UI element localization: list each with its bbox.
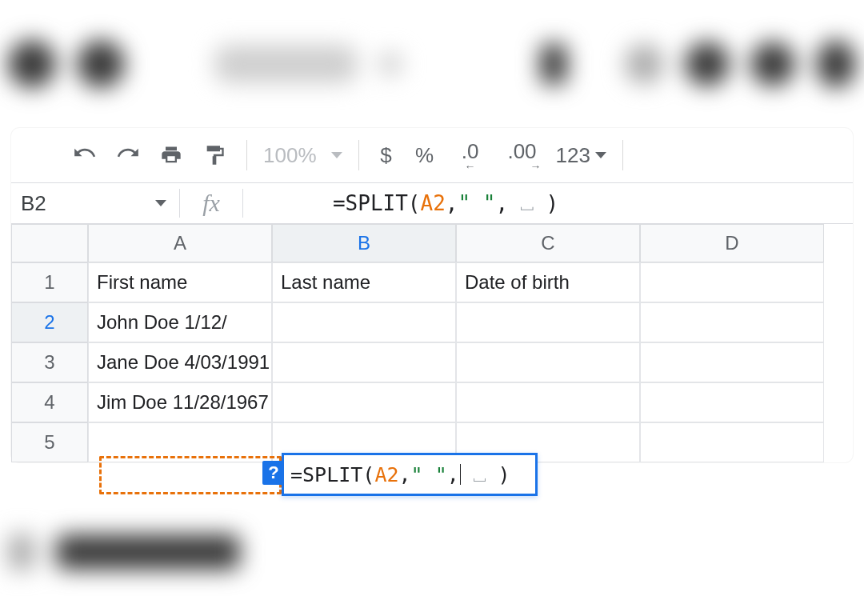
column-header[interactable]: B [272,224,456,262]
cell-A4[interactable]: Jim Doe 11/28/1967 [88,382,272,422]
spreadsheet-card: 100% $ % .0 ← .00 → 123 B2 fx =SPLIT(A2,… [11,128,853,462]
cell-B1[interactable]: Last name [272,262,456,302]
name-box-value: B2 [21,191,46,216]
paint-format-button[interactable] [198,139,230,171]
redo-button[interactable] [112,139,144,171]
cell-B4[interactable] [272,382,456,422]
chevron-down-icon [155,200,166,206]
arrow-left-icon: ← [465,162,476,170]
chevron-down-icon [331,152,342,158]
cell-A1[interactable]: First name [88,262,272,302]
cell-C1[interactable]: Date of birth [456,262,640,302]
chevron-down-icon [595,152,606,158]
column-header[interactable]: A [88,224,272,262]
cell-B3[interactable] [272,342,456,382]
format-percent-button[interactable]: % [409,143,441,168]
spreadsheet-grid[interactable]: A B C D 1 First name Last name Date of b… [11,224,853,462]
row-header[interactable]: 1 [11,262,88,302]
column-header[interactable]: D [640,224,824,262]
cell-C3[interactable] [456,342,640,382]
cell-C4[interactable] [456,382,640,422]
cell-D4[interactable] [640,382,824,422]
cell-B2[interactable] [272,302,456,342]
paint-roller-icon [203,144,226,166]
app-chrome-blur [8,32,856,96]
cell-D5[interactable] [640,422,824,462]
print-button[interactable] [155,139,187,171]
row-header[interactable]: 5 [11,422,88,462]
print-icon [160,144,182,166]
app-chrome-blur-bottom [8,528,408,576]
row-header[interactable]: 2 [11,302,88,342]
select-all-corner[interactable] [11,224,88,262]
undo-button[interactable] [69,139,101,171]
cell-C2[interactable] [456,302,640,342]
undo-icon [74,144,96,166]
arrow-right-icon: → [530,162,542,170]
cell-D1[interactable] [640,262,824,302]
row-header[interactable]: 3 [11,342,88,382]
cell-editor[interactable]: =SPLIT(A2," ", ⎵ ) [282,453,538,496]
cell-D2[interactable] [640,302,824,342]
row-header[interactable]: 4 [11,382,88,422]
zoom-display[interactable]: 100% [263,143,317,168]
cell-D3[interactable] [640,342,824,382]
cell-A5[interactable] [88,422,272,462]
cell-A3[interactable]: Jane Doe 4/03/1991 [88,342,272,382]
name-box[interactable]: B2 [11,191,179,216]
fx-label: fx [180,190,242,217]
text-cursor [460,464,462,485]
redo-icon [117,144,139,166]
formula-bar: B2 fx =SPLIT(A2," ", ⎵ ) [11,182,853,224]
cell-A2[interactable]: John Doe 1/12/ [88,302,272,342]
column-header[interactable]: C [456,224,640,262]
number-format-dropdown[interactable]: 123 [556,143,606,168]
format-currency-button[interactable]: $ [375,143,398,168]
